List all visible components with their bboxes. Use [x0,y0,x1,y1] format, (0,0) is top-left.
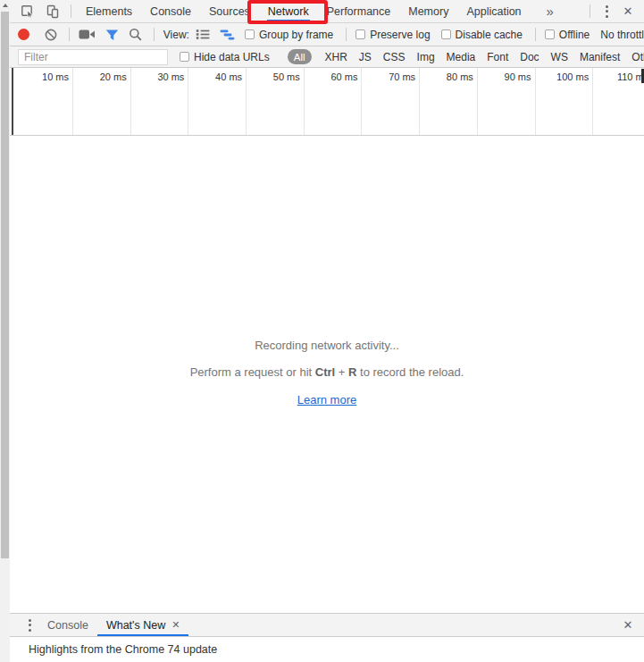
tab-label: Console [150,5,191,18]
ruler-tick: 110 ms [593,68,644,135]
recording-status-text: Recording network activity... [255,339,399,352]
filter-type-manifest[interactable]: Manifest [580,51,620,63]
checkbox-label: Hide data URLs [194,51,270,63]
drawer-menu-icon[interactable] [21,614,38,636]
drawer-tab-whats-new[interactable]: What's New ✕ [97,614,189,636]
divider [590,4,590,18]
divider [69,28,70,41]
drawer-close-icon[interactable]: ✕ [617,614,639,636]
list-rows-icon [196,29,210,40]
device-toolbar-icon [46,4,60,19]
show-overview-toggle[interactable] [220,29,235,41]
main-tabbar: Elements Console Sources Network Perform… [10,0,644,23]
ruler-tick: 90 ms [478,68,536,135]
divider [154,28,155,41]
filter-bar: Hide data URLs All XHR JS CSS Img Media … [10,46,644,68]
view-label: View: [163,29,189,41]
requests-empty-panel: Recording network activity... Perform a … [10,136,644,609]
tab-label: Network [268,5,309,18]
tab-memory[interactable]: Memory [399,0,457,22]
filter-type-media[interactable]: Media [447,51,476,63]
camera-icon [79,29,96,40]
checkbox-label: Offline [559,29,590,41]
filter-toggle-button[interactable] [105,29,119,41]
tab-console[interactable]: Console [141,0,200,22]
tab-performance[interactable]: Performance [318,0,400,22]
tab-sources[interactable]: Sources [200,0,259,22]
preserve-log-checkbox[interactable]: Preserve log [355,29,430,41]
filter-input[interactable] [18,49,168,65]
checkbox-icon [245,29,255,39]
checkbox-icon [355,29,365,39]
clear-button[interactable] [45,29,57,41]
devtools-close-icon[interactable]: ✕ [617,0,639,22]
ruler-tick: 70 ms [362,68,420,135]
device-toolbar-button[interactable] [40,0,65,22]
ruler-tick: 60 ms [305,68,363,135]
checkbox-label: Disable cache [456,29,523,41]
tab-label: Sources [209,5,250,18]
inspect-cursor-icon [21,4,35,19]
devtools-menu-icon[interactable] [596,0,617,22]
tab-elements[interactable]: Elements [77,0,141,22]
learn-more-link[interactable]: Learn more [297,393,356,406]
filter-type-xhr[interactable]: XHR [325,51,347,63]
ruler-tick: 30 ms [131,68,189,135]
ruler-tick: 80 ms [420,68,478,135]
throttling-dropdown[interactable]: No throttl [600,29,644,41]
reload-hint-text: Perform a request or hit Ctrl + R to rec… [190,365,464,379]
ruler-tick: 20 ms [73,68,131,135]
search-button[interactable] [129,28,142,41]
tab-application[interactable]: Application [457,0,530,22]
record-button[interactable] [18,29,29,40]
drawer-tab-label: What's New [106,619,165,632]
filter-type-font[interactable]: Font [487,51,508,63]
disable-cache-checkbox[interactable]: Disable cache [441,29,523,41]
tabbar-right-controls: ✕ [584,0,644,22]
tab-label: Elements [86,5,132,18]
filter-type-all[interactable]: All [288,49,312,64]
devtools-window: Elements Console Sources Network Perform… [10,0,644,662]
more-tabs-icon[interactable]: » [539,0,561,22]
drawer: Console What's New ✕ ✕ Highlights from t… [10,613,644,662]
whats-new-header-text: Highlights from the Chrome 74 update [29,643,217,656]
hide-data-urls-checkbox[interactable]: Hide data URLs [180,51,270,63]
ruler-tick: 10 ms [10,68,73,135]
checkbox-label: Preserve log [370,29,430,41]
whats-new-header: Highlights from the Chrome 74 update [10,637,644,661]
ruler-tick: 40 ms [188,68,247,135]
offline-checkbox[interactable]: Offline [545,29,590,41]
inspect-element-button[interactable] [15,0,40,22]
search-icon [129,28,142,41]
filter-type-doc[interactable]: Doc [520,51,539,63]
large-rows-toggle[interactable] [196,29,210,40]
scrollbar-thumb[interactable] [1,12,9,558]
filter-type-css[interactable]: CSS [383,51,406,63]
drawer-tabbar: Console What's New ✕ ✕ [10,614,644,637]
group-by-frame-checkbox[interactable]: Group by frame [245,29,333,41]
overview-left-handle[interactable] [12,68,13,135]
scrollbar-up-arrow-icon[interactable] [0,0,10,11]
tab-close-icon[interactable]: ✕ [171,619,180,631]
checkbox-icon [441,29,451,39]
ruler-tick: 50 ms [247,68,305,135]
tab-label: Performance [327,5,391,18]
tab-label: Application [466,5,521,18]
filter-type-js[interactable]: JS [359,51,372,63]
page-scrollbar[interactable] [0,0,10,662]
divider [71,4,71,18]
capture-screenshots-button[interactable] [79,29,96,40]
filter-type-other[interactable]: Other [631,51,644,63]
divider [346,28,347,41]
drawer-tab-console[interactable]: Console [38,614,97,636]
clear-icon [45,29,57,41]
checkbox-icon [545,29,555,39]
funnel-icon [105,29,119,41]
drawer-tab-label: Console [47,619,88,632]
filter-type-img[interactable]: Img [417,51,435,63]
network-overview-ruler[interactable]: 10 ms 20 ms 30 ms 40 ms 50 ms 60 ms 70 m… [10,68,644,136]
filter-type-ws[interactable]: WS [551,51,568,63]
waterfall-icon [220,29,235,41]
tab-network[interactable]: Network [259,0,318,22]
ruler-tick: 100 ms [536,68,594,135]
